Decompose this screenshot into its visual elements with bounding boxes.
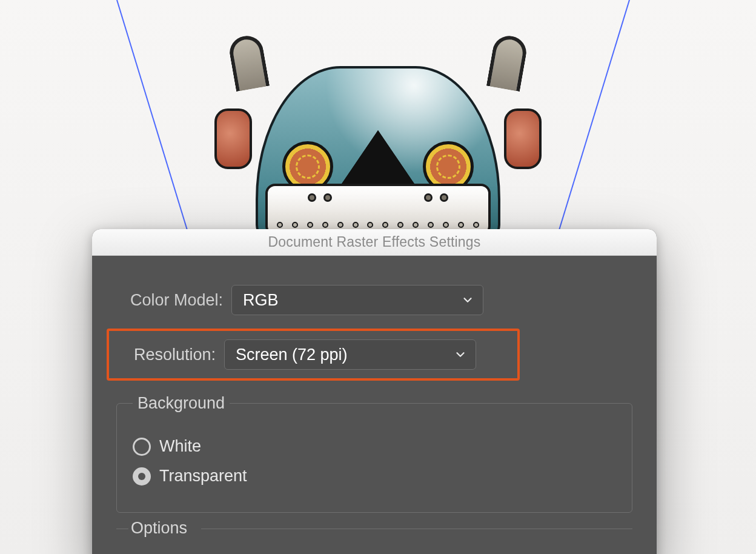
- rivet: [424, 193, 433, 202]
- resolution-select[interactable]: Screen (72 ppi): [224, 339, 476, 370]
- robot-nose: [340, 134, 416, 190]
- robot-head: [256, 66, 500, 242]
- robot-image: [220, 36, 536, 242]
- dialog-titlebar[interactable]: Document Raster Effects Settings: [92, 229, 657, 256]
- resolution-label: Resolution:: [109, 345, 216, 364]
- color-model-row: Color Model: RGB: [116, 285, 632, 315]
- radio-checked-icon: [133, 467, 151, 486]
- resolution-row-highlight: Resolution: Screen (72 ppi): [107, 329, 520, 381]
- robot-mouth-plate: [265, 184, 491, 236]
- options-legend: Options: [131, 519, 187, 537]
- rivet: [323, 193, 332, 202]
- color-model-value: RGB: [243, 291, 279, 310]
- background-option-white-label: White: [159, 437, 201, 456]
- background-legend: Background: [133, 394, 230, 413]
- rivet-row: [268, 220, 488, 230]
- color-model-select[interactable]: RGB: [231, 285, 483, 315]
- robot-ear-right: [504, 108, 542, 169]
- fieldset-border: [201, 529, 632, 529]
- options-fieldset-partial: Options: [116, 519, 632, 539]
- chevron-down-icon: [454, 348, 467, 361]
- background-fieldset: Background White Transparent: [116, 394, 632, 513]
- raster-effects-dialog: Document Raster Effects Settings Color M…: [92, 229, 657, 554]
- resolution-value: Screen (72 ppi): [236, 345, 348, 364]
- radio-icon: [133, 438, 151, 456]
- fieldset-border: [116, 529, 128, 529]
- rivet: [440, 193, 448, 202]
- background-option-transparent[interactable]: Transparent: [133, 467, 616, 486]
- chevron-down-icon: [461, 293, 474, 307]
- color-model-label: Color Model:: [116, 291, 223, 310]
- dialog-body: Color Model: RGB Resolution: Screen (72 …: [92, 256, 657, 554]
- robot-antenna-left: [227, 33, 270, 92]
- robot-ear-left: [214, 108, 252, 169]
- background-option-transparent-label: Transparent: [159, 467, 247, 486]
- robot-antenna-right: [486, 33, 529, 92]
- background-option-white[interactable]: White: [133, 437, 616, 456]
- rivet: [308, 193, 316, 202]
- dialog-title: Document Raster Effects Settings: [268, 234, 480, 250]
